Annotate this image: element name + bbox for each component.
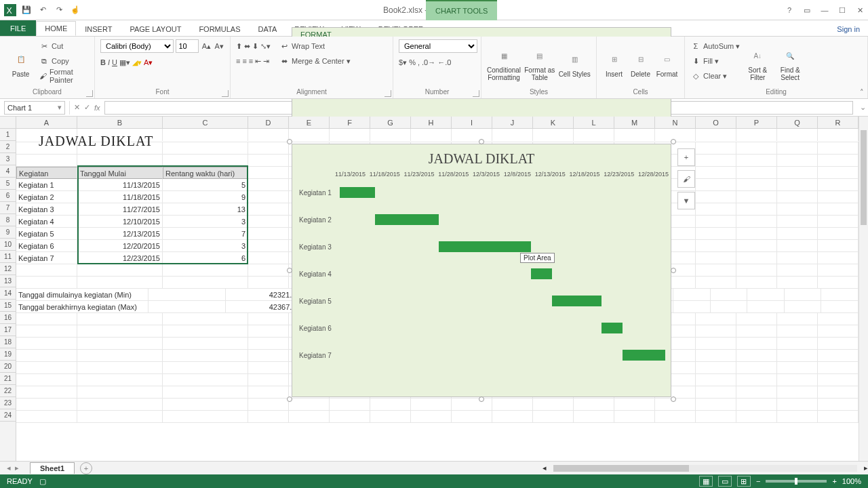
- row-header[interactable]: 3: [0, 153, 16, 165]
- row-header[interactable]: 22: [0, 385, 16, 397]
- cell[interactable]: [818, 313, 859, 325]
- column-headers[interactable]: ABCDEFGHIJKLMNOPQR: [0, 117, 859, 129]
- chart-elements-button[interactable]: +: [677, 148, 695, 166]
- cell[interactable]: [736, 325, 777, 338]
- cell[interactable]: [77, 142, 163, 155]
- cell[interactable]: [248, 264, 289, 277]
- cell[interactable]: [736, 313, 777, 325]
- cell[interactable]: [16, 411, 77, 423]
- redo-icon[interactable]: ↷: [53, 4, 65, 16]
- cell[interactable]: [777, 191, 818, 203]
- cell[interactable]: [248, 325, 289, 338]
- cell[interactable]: [818, 228, 859, 240]
- cell[interactable]: [16, 386, 77, 399]
- row-header[interactable]: 17: [0, 324, 16, 336]
- chart-styles-button[interactable]: 🖌: [677, 170, 695, 188]
- cell[interactable]: [736, 142, 777, 155]
- new-sheet-button[interactable]: +: [80, 462, 92, 474]
- cell[interactable]: [655, 399, 696, 411]
- row-header[interactable]: 7: [0, 202, 16, 214]
- row-header[interactable]: 1: [0, 129, 16, 141]
- dialog-launcher-icon[interactable]: [384, 90, 391, 97]
- cell[interactable]: [818, 411, 859, 423]
- cell[interactable]: Kegiatan 7: [16, 252, 77, 264]
- chart-bar[interactable]: [623, 350, 665, 361]
- clear-button[interactable]: ◇Clear▾: [690, 69, 740, 83]
- percent-icon[interactable]: %: [409, 58, 416, 66]
- cell[interactable]: [818, 191, 859, 203]
- cell[interactable]: Tanggal Mulai: [77, 167, 163, 179]
- undo-icon[interactable]: ↶: [37, 4, 49, 16]
- cell[interactable]: [818, 338, 859, 350]
- fill-button[interactable]: ⬇Fill▾: [690, 54, 740, 68]
- cell[interactable]: [163, 362, 248, 374]
- dialog-launcher-icon[interactable]: [222, 90, 229, 97]
- chart-plot-area[interactable]: Kegiatan 1Kegiatan 2Kegiatan 3Kegiatan 4…: [292, 179, 671, 369]
- cell[interactable]: [163, 325, 248, 338]
- cell[interactable]: [163, 313, 248, 325]
- row-header[interactable]: 5: [0, 178, 16, 190]
- chart-title[interactable]: JADWAL DIKLAT: [292, 144, 671, 167]
- cell[interactable]: [818, 203, 859, 216]
- cell[interactable]: [818, 362, 859, 374]
- cell[interactable]: [696, 399, 736, 411]
- number-format-select[interactable]: General: [399, 39, 477, 53]
- column-header[interactable]: F: [330, 117, 370, 128]
- cell[interactable]: [16, 325, 77, 338]
- cell[interactable]: 6: [163, 252, 248, 264]
- cell[interactable]: [736, 240, 777, 252]
- close-icon[interactable]: ✕: [854, 5, 865, 16]
- cell[interactable]: [248, 313, 289, 325]
- cell[interactable]: [736, 374, 777, 386]
- row-header[interactable]: 16: [0, 312, 16, 324]
- cell[interactable]: [248, 203, 289, 216]
- column-header[interactable]: G: [370, 117, 411, 128]
- cell[interactable]: [16, 313, 77, 325]
- cell[interactable]: [777, 362, 818, 374]
- cell[interactable]: [411, 399, 452, 411]
- cell[interactable]: [248, 155, 289, 167]
- column-header[interactable]: M: [614, 117, 655, 128]
- column-header[interactable]: D: [248, 117, 289, 128]
- cell[interactable]: [248, 228, 289, 240]
- row-header[interactable]: 14: [0, 287, 16, 300]
- cell[interactable]: [77, 129, 163, 141]
- cell[interactable]: [818, 277, 859, 289]
- cell[interactable]: [574, 411, 614, 423]
- cancel-formula-icon[interactable]: ✕: [74, 103, 80, 112]
- cell[interactable]: [163, 374, 248, 386]
- cell[interactable]: 5: [163, 179, 248, 191]
- cell[interactable]: [777, 411, 818, 423]
- row-header[interactable]: 18: [0, 336, 16, 348]
- cell[interactable]: [696, 129, 736, 141]
- cell[interactable]: Tanggal dimulainya kegiatan (Min): [16, 289, 149, 301]
- cell[interactable]: [696, 167, 736, 179]
- find-select-button[interactable]: 🔍Find & Select: [775, 39, 805, 88]
- cell[interactable]: [163, 129, 248, 141]
- cell[interactable]: 12/10/2015: [77, 216, 163, 228]
- maximize-icon[interactable]: ☐: [837, 5, 848, 16]
- cell[interactable]: [736, 362, 777, 374]
- macro-record-icon[interactable]: ▢: [39, 477, 46, 486]
- format-as-table-button[interactable]: ▤Format as Table: [524, 39, 555, 88]
- comma-icon[interactable]: ,: [418, 58, 420, 66]
- cell[interactable]: [818, 142, 859, 155]
- cell[interactable]: [248, 277, 289, 289]
- zoom-level[interactable]: 100%: [842, 477, 861, 485]
- cell[interactable]: [696, 191, 736, 203]
- row-header[interactable]: 2: [0, 141, 16, 153]
- cell[interactable]: [16, 374, 77, 386]
- cell[interactable]: [16, 264, 77, 277]
- cell[interactable]: [777, 203, 818, 216]
- zoom-slider[interactable]: [766, 480, 827, 483]
- cell[interactable]: [736, 264, 777, 277]
- cell[interactable]: [818, 216, 859, 228]
- cell[interactable]: [77, 313, 163, 325]
- cell[interactable]: [370, 399, 411, 411]
- cell[interactable]: [818, 264, 859, 277]
- cell[interactable]: [248, 411, 289, 423]
- autosum-button[interactable]: ΣAutoSum▾: [690, 39, 740, 53]
- cell[interactable]: 12/23/2015: [77, 252, 163, 264]
- cell[interactable]: [16, 350, 77, 362]
- cell[interactable]: [163, 350, 248, 362]
